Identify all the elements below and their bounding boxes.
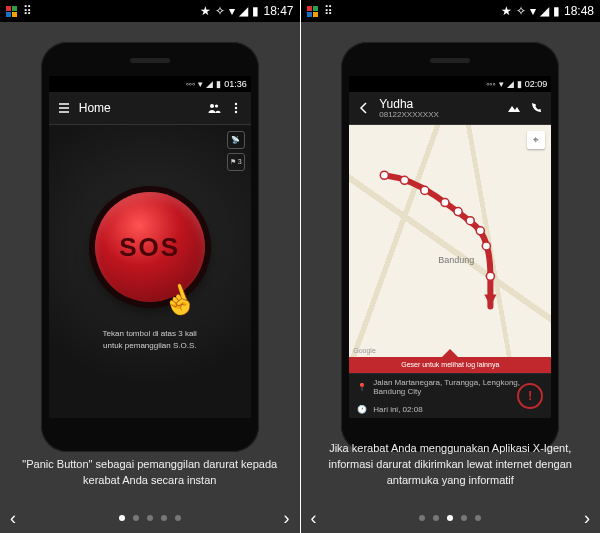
- page-title: Home: [79, 101, 111, 115]
- pager-dot[interactable]: [161, 515, 167, 521]
- contact-name: Yudha: [379, 97, 439, 111]
- sos-instruction: Tekan tombol di atas 3 kali untuk pemang…: [93, 328, 207, 350]
- phone-mockup: ◦◦◦ ▾ ◢ ▮ 02:09 Yudha 08122XXXXXXX: [341, 42, 559, 452]
- map-view[interactable]: Bandung ⌖ Google: [349, 125, 551, 357]
- svg-point-10: [466, 217, 474, 225]
- app-bar: Yudha 08122XXXXXXX: [349, 92, 551, 125]
- call-icon[interactable]: [529, 101, 543, 115]
- slide-1: ⠿ ★ ✧ ▾ ◢ ▮ 18:47 ◦◦◦ ▾ ◢ ▮ 01:36: [0, 0, 300, 533]
- signal-icon: ◢: [507, 79, 514, 89]
- prev-arrow-icon[interactable]: ‹: [10, 508, 16, 529]
- wifi-icon: ▾: [198, 79, 203, 89]
- pager-dot[interactable]: [175, 515, 181, 521]
- route-path: [349, 125, 551, 357]
- wifi-icon: ▾: [530, 4, 536, 18]
- back-icon[interactable]: [357, 101, 371, 115]
- battery-icon: ▮: [553, 4, 560, 18]
- pager-dot[interactable]: [433, 515, 439, 521]
- device-status-bar: ⠿ ★ ✧ ▾ ◢ ▮ 18:47: [0, 0, 300, 22]
- svg-point-5: [381, 171, 389, 179]
- signal-icon: ◢: [206, 79, 213, 89]
- app-clock: 01:36: [224, 79, 247, 89]
- wifi-icon: ▾: [499, 79, 504, 89]
- pager-dot[interactable]: [147, 515, 153, 521]
- broadcast-icon[interactable]: 📡: [227, 131, 245, 149]
- signal-icon: ◢: [239, 4, 248, 18]
- svg-point-1: [215, 104, 218, 107]
- terrain-icon[interactable]: [507, 101, 521, 115]
- next-arrow-icon[interactable]: ›: [284, 508, 290, 529]
- device-status-bar: ⠿ ★ ✧ ▾ ◢ ▮ 18:48: [301, 0, 601, 22]
- bbm-icon: ⠿: [324, 4, 333, 18]
- bbm-icon: ⠿: [23, 4, 32, 18]
- log-drag-handle[interactable]: Geser untuk melihat log lainnya: [349, 357, 551, 373]
- map-brand: Google: [353, 347, 376, 354]
- pager-dot[interactable]: [133, 515, 139, 521]
- pager-dot[interactable]: [447, 515, 453, 521]
- overflow-icon[interactable]: [229, 101, 243, 115]
- menu-icon[interactable]: [57, 101, 71, 115]
- silent-icon: ✧: [516, 4, 526, 18]
- svg-point-13: [487, 272, 495, 280]
- slide-caption: Jika kerabat Anda menggunakan Aplikasi X…: [301, 441, 601, 489]
- device-clock: 18:48: [564, 4, 594, 18]
- slide-2: ⠿ ★ ✧ ▾ ◢ ▮ 18:48 ◦◦◦ ▾ ◢ ▮ 02:09: [300, 0, 601, 533]
- app-clock: 02:09: [525, 79, 548, 89]
- apps-icon: [6, 6, 17, 17]
- chevron-up-icon: [442, 349, 458, 357]
- svg-point-0: [210, 104, 214, 108]
- map-city-label: Bandung: [438, 255, 474, 265]
- svg-point-3: [235, 107, 237, 109]
- battery-icon: ▮: [252, 4, 259, 18]
- app-bar: Home: [49, 92, 251, 125]
- slide-caption: "Panic Button" sebagai pemanggilan darur…: [0, 457, 300, 489]
- pager-dot[interactable]: [461, 515, 467, 521]
- svg-point-12: [483, 242, 491, 250]
- svg-point-2: [235, 103, 237, 105]
- incident-time: Hari ini, 02:08: [373, 405, 422, 414]
- battery-icon: ▮: [517, 79, 522, 89]
- sos-label: SOS: [119, 232, 180, 263]
- clock-icon: 🕐: [357, 405, 367, 414]
- pager: ‹ ›: [301, 515, 601, 521]
- app-status-bar: ◦◦◦ ▾ ◢ ▮ 01:36: [49, 76, 251, 92]
- app-status-bar: ◦◦◦ ▾ ◢ ▮ 02:09: [349, 76, 551, 92]
- svg-point-6: [401, 176, 409, 184]
- incident-info: 📍 Jalan Martanegara, Turangga, Lengkong,…: [349, 373, 551, 418]
- flag-count[interactable]: ⚑ 3: [227, 153, 245, 171]
- pager-dot[interactable]: [475, 515, 481, 521]
- device-clock: 18:47: [263, 4, 293, 18]
- pager-dot[interactable]: [419, 515, 425, 521]
- pin-icon: 📍: [357, 383, 367, 392]
- pager: ‹ ›: [0, 515, 300, 521]
- alert-icon[interactable]: !: [517, 383, 543, 409]
- contact-phone: 08122XXXXXXX: [379, 111, 439, 119]
- star-icon: ★: [501, 4, 512, 18]
- star-icon: ★: [200, 4, 211, 18]
- next-arrow-icon[interactable]: ›: [584, 508, 590, 529]
- prev-arrow-icon[interactable]: ‹: [311, 508, 317, 529]
- network-icon: ◦◦◦: [186, 79, 196, 89]
- svg-point-7: [421, 186, 429, 194]
- battery-icon: ▮: [216, 79, 221, 89]
- network-icon: ◦◦◦: [486, 79, 496, 89]
- svg-point-8: [441, 198, 449, 206]
- sos-button[interactable]: SOS ☝: [95, 192, 205, 302]
- signal-icon: ◢: [540, 4, 549, 18]
- phone-mockup: ◦◦◦ ▾ ◢ ▮ 01:36 Home: [41, 42, 259, 452]
- side-widgets: 📡 ⚑ 3: [227, 131, 245, 171]
- contacts-icon[interactable]: [207, 101, 221, 115]
- pager-dot[interactable]: [119, 515, 125, 521]
- locate-me-button[interactable]: ⌖: [527, 131, 545, 149]
- tap-hand-icon: ☝: [157, 278, 203, 322]
- apps-icon: [307, 6, 318, 17]
- svg-point-9: [454, 208, 462, 216]
- svg-point-4: [235, 111, 237, 113]
- wifi-icon: ▾: [229, 4, 235, 18]
- svg-point-11: [477, 227, 485, 235]
- silent-icon: ✧: [215, 4, 225, 18]
